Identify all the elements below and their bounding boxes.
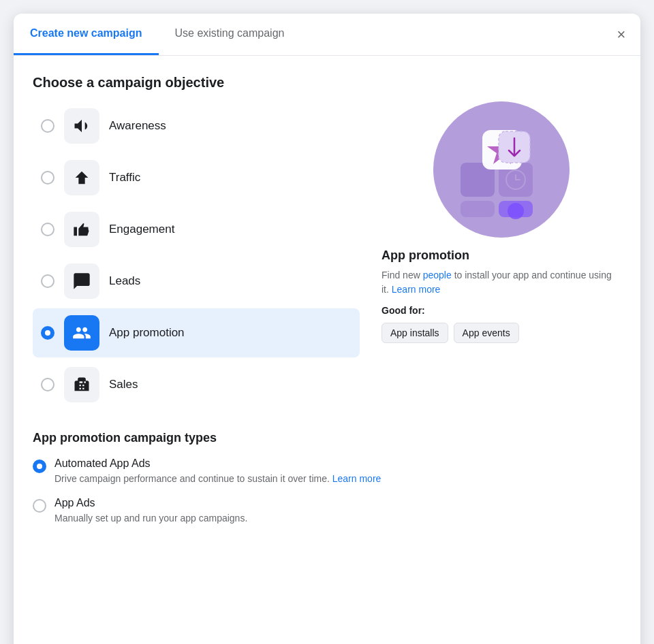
leads-label: Leads	[109, 274, 140, 288]
radio-sales[interactable]	[41, 378, 54, 391]
app-promotion-icon-box	[64, 315, 99, 351]
svg-rect-3	[461, 201, 495, 217]
promo-learn-more-link[interactable]: Learn more	[392, 284, 441, 295]
tab-use-existing-campaign[interactable]: Use existing campaign	[159, 14, 301, 55]
app-promotion-label: App promotion	[109, 326, 185, 340]
app-ads-desc: Manually set up and run your app campaig…	[54, 512, 247, 526]
radio-app-promotion[interactable]	[41, 326, 54, 340]
radio-engagement[interactable]	[41, 223, 54, 236]
automated-learn-more-link[interactable]: Learn more	[332, 473, 382, 484]
objective-item-app-promotion[interactable]: App promotion	[33, 308, 360, 357]
automated-desc-text: Drive campaign performance and continue …	[54, 473, 332, 484]
traffic-label: Traffic	[109, 171, 140, 184]
objective-item-engagement[interactable]: Engagement	[33, 205, 360, 254]
radio-leads[interactable]	[41, 274, 54, 288]
campaign-type-automated[interactable]: Automated App Ads Drive campaign perform…	[33, 457, 621, 486]
awareness-icon-box	[64, 108, 99, 144]
promo-title: App promotion	[382, 248, 469, 263]
section-title: Choose a campaign objective	[33, 75, 621, 91]
sales-icon-box	[64, 367, 99, 402]
promo-desc-start: Find new	[382, 270, 423, 280]
automated-app-ads-label: Automated App Ads	[54, 457, 381, 470]
campaign-types-title: App promotion campaign types	[33, 431, 621, 445]
engagement-icon-box	[64, 212, 99, 247]
main-layout: Awareness Traffic	[33, 101, 621, 409]
right-panel: App promotion Find new people to install…	[382, 101, 621, 343]
tag-app-events: App events	[454, 323, 519, 343]
promo-description: Find new people to install your app and …	[382, 268, 621, 297]
close-button[interactable]: ×	[602, 14, 640, 55]
leads-icon-box	[64, 263, 99, 299]
campaign-type-app-ads[interactable]: App Ads Manually set up and run your app…	[33, 497, 621, 526]
engagement-label: Engagement	[109, 223, 174, 236]
sales-label: Sales	[109, 378, 138, 391]
illustration	[433, 101, 570, 238]
radio-automated-app-ads[interactable]	[33, 460, 46, 473]
objective-item-leads[interactable]: Leads	[33, 257, 360, 306]
radio-app-ads[interactable]	[33, 499, 46, 513]
objective-item-traffic[interactable]: Traffic	[33, 153, 360, 202]
svg-point-8	[508, 203, 524, 219]
traffic-icon-box	[64, 160, 99, 195]
objectives-list: Awareness Traffic	[33, 101, 360, 409]
promo-people-link[interactable]: people	[423, 270, 452, 280]
campaign-types-section: App promotion campaign types Automated A…	[33, 431, 621, 536]
good-for-label: Good for:	[382, 305, 425, 316]
awareness-label: Awareness	[109, 119, 166, 133]
automated-app-ads-text: Automated App Ads Drive campaign perform…	[54, 457, 381, 486]
objective-item-awareness[interactable]: Awareness	[33, 101, 360, 150]
app-ads-label: App Ads	[54, 497, 247, 509]
tab-bar: Create new campaign Use existing campaig…	[14, 14, 640, 56]
radio-awareness[interactable]	[41, 119, 54, 133]
modal-container: Create new campaign Use existing campaig…	[14, 14, 640, 644]
tag-app-installs: App installs	[382, 323, 448, 343]
app-ads-text: App Ads Manually set up and run your app…	[54, 497, 247, 526]
objective-item-sales[interactable]: Sales	[33, 360, 360, 409]
tab-create-new-campaign[interactable]: Create new campaign	[14, 14, 159, 55]
tags-container: App installs App events	[382, 323, 519, 343]
automated-app-ads-desc: Drive campaign performance and continue …	[54, 472, 381, 486]
modal-content: Choose a campaign objective Awareness	[14, 56, 640, 555]
radio-traffic[interactable]	[41, 171, 54, 184]
